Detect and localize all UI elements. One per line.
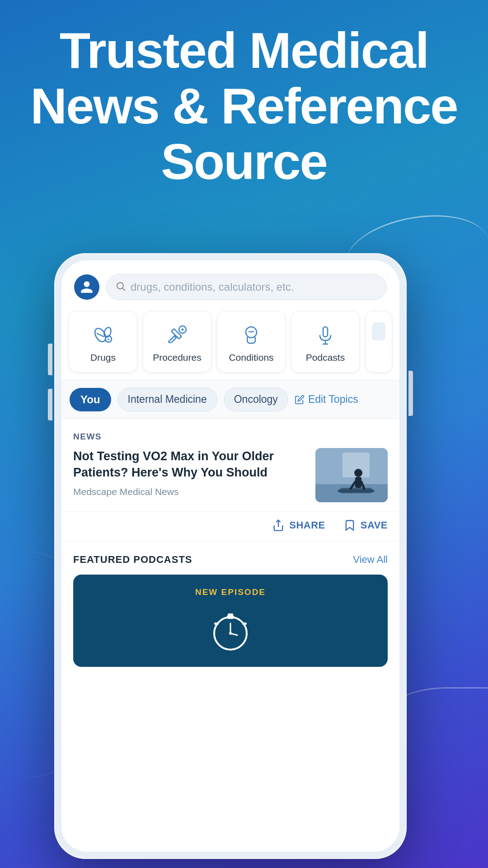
category-card-procedures[interactable]: Procedures — [143, 311, 211, 373]
news-card[interactable]: Not Testing VO2 Max in Your Older Patien… — [73, 448, 388, 502]
svg-rect-28 — [214, 623, 219, 625]
stopwatch-svg — [208, 607, 253, 652]
search-placeholder-text: drugs, conditions, calculators, etc. — [131, 281, 294, 293]
category-label-procedures: Procedures — [153, 352, 201, 363]
treadmill-illustration — [315, 448, 388, 502]
svg-point-32 — [229, 632, 232, 635]
save-label: SAVE — [361, 519, 388, 531]
phone-button-right — [408, 371, 413, 416]
category-label-drugs: Drugs — [90, 352, 116, 363]
category-label-podcasts: Podcasts — [306, 352, 345, 363]
conditions-icon — [239, 322, 264, 348]
search-bar-area: drugs, conditions, calculators, etc. — [61, 260, 399, 307]
news-source: Medscape Medical News — [73, 486, 307, 497]
user-avatar[interactable] — [74, 274, 99, 300]
podcasts-header: FEATURED PODCASTS View All — [73, 554, 388, 566]
svg-rect-19 — [338, 490, 374, 492]
user-icon — [80, 280, 94, 294]
drugs-icon: + — [90, 322, 116, 348]
svg-line-1 — [123, 288, 126, 291]
news-title: Not Testing VO2 Max in Your Older Patien… — [73, 448, 307, 481]
bookmark-icon — [343, 519, 356, 532]
podcast-stopwatch-icon — [208, 607, 253, 654]
edit-topics-button[interactable]: Edit Topics — [295, 393, 358, 406]
svg-text:+: + — [107, 337, 110, 342]
svg-point-0 — [117, 283, 123, 289]
svg-rect-12 — [323, 327, 328, 337]
category-label-conditions: Conditions — [229, 352, 273, 363]
view-all-button[interactable]: View All — [353, 554, 388, 566]
tag-oncology[interactable]: Oncology — [224, 387, 288, 411]
action-row: SHARE SAVE — [61, 511, 399, 541]
phone-button-left2 — [48, 389, 52, 420]
news-section: NEWS Not Testing VO2 Max in Your Older P… — [61, 419, 399, 511]
podcasts-section: FEATURED PODCASTS View All NEW EPISODE — [61, 541, 399, 674]
category-card-conditions[interactable]: Conditions — [217, 311, 286, 373]
share-button[interactable]: SHARE — [272, 519, 325, 532]
category-card-drugs[interactable]: + Drugs — [69, 311, 137, 373]
pencil-icon — [295, 395, 305, 405]
category-card-podcasts[interactable]: Podcasts — [291, 311, 360, 373]
phone-mockup: drugs, conditions, calculators, etc. — [54, 253, 425, 868]
tag-you[interactable]: You — [70, 388, 111, 411]
podcast-featured-card[interactable]: NEW EPISODE — [73, 575, 388, 667]
podcasts-section-label: FEATURED PODCASTS — [73, 554, 192, 566]
app-screen: drugs, conditions, calculators, etc. — [61, 260, 399, 852]
search-input-box[interactable]: drugs, conditions, calculators, etc. — [106, 274, 387, 300]
procedures-icon — [164, 322, 190, 348]
share-icon — [272, 519, 285, 532]
edit-topics-label: Edit Topics — [308, 393, 358, 406]
tags-row: You Internal Medicine Oncology Edit Topi… — [61, 380, 399, 419]
category-grid: + Drugs — [61, 307, 399, 380]
podcasts-icon — [313, 322, 338, 348]
news-section-label: NEWS — [73, 432, 388, 442]
new-episode-badge: NEW EPISODE — [195, 587, 266, 597]
search-icon — [115, 281, 126, 293]
tag-internal-medicine[interactable]: Internal Medicine — [117, 387, 217, 411]
svg-point-20 — [354, 469, 362, 477]
news-thumbnail-image — [315, 448, 388, 502]
hero-title: Trusted Medical News & Reference Source — [27, 23, 461, 190]
category-card-partial[interactable] — [365, 311, 392, 373]
share-label: SHARE — [289, 519, 325, 531]
hero-section: Trusted Medical News & Reference Source — [0, 23, 488, 190]
svg-rect-27 — [228, 613, 233, 616]
news-thumbnail — [315, 448, 388, 502]
phone-button-left1 — [48, 344, 52, 375]
news-text: Not Testing VO2 Max in Your Older Patien… — [73, 448, 307, 497]
svg-line-3 — [97, 333, 104, 337]
save-button[interactable]: SAVE — [343, 519, 388, 532]
svg-rect-29 — [242, 623, 247, 625]
